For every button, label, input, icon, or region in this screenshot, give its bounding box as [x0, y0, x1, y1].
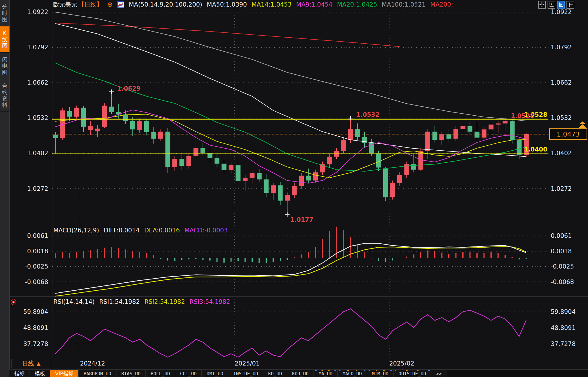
alarm-dot-icon[interactable]	[10, 298, 17, 307]
tab-mtm_ud[interactable]: MTM_UD	[367, 370, 394, 377]
tab-outside_ud[interactable]: OUTSIDE_UD	[394, 370, 431, 377]
svg-text:59.8904: 59.8904	[551, 308, 576, 315]
tab-indicator-dots	[339, 370, 365, 371]
svg-text:-0.0025: -0.0025	[25, 263, 48, 270]
svg-text:1.0629: 1.0629	[117, 85, 141, 92]
tab-bias_ud[interactable]: BIAS_UD	[116, 370, 146, 377]
tab-label: 指标	[14, 370, 25, 377]
svg-text:1.0473: 1.0473	[557, 131, 580, 138]
tab-barupdn_ud[interactable]: BARUPDN_UD	[79, 370, 116, 377]
period-selector-label: 日线	[22, 359, 34, 368]
svg-text:-0.0025: -0.0025	[551, 263, 574, 270]
svg-text:48.8091: 48.8091	[551, 324, 576, 331]
tab-vip指标[interactable]: VIP指标	[50, 370, 79, 377]
tab-kd_ud[interactable]: KD_UD	[263, 370, 287, 377]
svg-text:1.0402: 1.0402	[551, 150, 572, 157]
tab-indicator-dots	[315, 370, 336, 371]
tab-指标[interactable]: 指标	[9, 370, 30, 377]
tab-label: VIP指标	[55, 370, 73, 377]
main-legend: 欧元美元 【日线】 ⊕ MA(50,14,9,20,100,200) MA50:…	[53, 1, 453, 9]
svg-text:0.0061: 0.0061	[27, 232, 48, 239]
tab-cci_ud[interactable]: CCI_UD	[175, 370, 202, 377]
svg-text:1.0532: 1.0532	[27, 114, 48, 121]
ma9-value: MA9:1.0454	[296, 1, 332, 8]
svg-text:-0.0068: -0.0068	[551, 279, 574, 285]
macd-diff-value: DIFF:0.0014	[104, 227, 140, 234]
svg-text:0.0018: 0.0018	[551, 248, 572, 255]
ma200-value: MA200:	[430, 1, 453, 8]
axis-play-icon[interactable]	[557, 1, 565, 9]
crosshair-move-icon[interactable]	[538, 1, 546, 9]
tab-label: CCI_UD	[180, 371, 197, 376]
chart-toolbar	[538, 1, 574, 9]
svg-text:1.0792: 1.0792	[551, 44, 572, 51]
svg-text:48.8091: 48.8091	[23, 324, 48, 331]
tab-label: MA_UD	[319, 371, 332, 376]
svg-text:0.0018: 0.0018	[27, 248, 48, 255]
tab-label: >>	[436, 371, 442, 376]
sidebar-item-time-share-chart[interactable]: 分时图	[0, 0, 9, 26]
svg-text:1.0922: 1.0922	[551, 9, 572, 15]
sidebar-item-kline-chart[interactable]: K线图	[0, 26, 9, 53]
svg-text:37.7278: 37.7278	[23, 341, 48, 347]
macd-params-label: MACD(26,12,9)	[53, 227, 99, 234]
trading-terminal: 1.09221.09221.07921.07921.06621.06621.05…	[0, 0, 588, 377]
svg-text:1.0532: 1.0532	[551, 114, 572, 121]
ma20-value: MA20:1.0425	[337, 1, 377, 8]
ma-params-label: MA(50,14,9,20,100,200)	[129, 1, 202, 8]
svg-text:1.0528: 1.0528	[511, 112, 534, 119]
sidebar-item-flash-chart[interactable]: 闪电图	[0, 53, 9, 79]
svg-text:2024/12: 2024/12	[80, 360, 105, 367]
macd-dea-value: DEA:0.0016	[144, 227, 180, 234]
svg-text:-0.0068: -0.0068	[25, 279, 48, 285]
tab-macd_ud[interactable]: MACD_UD	[338, 370, 367, 377]
svg-text:1.0662: 1.0662	[551, 79, 572, 86]
tab-dmi_ud[interactable]: DMI_UD	[202, 370, 228, 377]
period-label: 【日线】	[78, 1, 102, 9]
ma100-value: MA100:1.0521	[382, 1, 426, 8]
tab-[interactable]: >>	[431, 370, 447, 377]
axis-scale-icon[interactable]	[548, 1, 555, 9]
tab-boll_ud[interactable]: BOLL_UD	[146, 370, 175, 377]
svg-text:1.0792: 1.0792	[27, 44, 48, 51]
tab-label: MTM_UD	[372, 371, 389, 376]
tab-label: 模板	[35, 370, 45, 377]
tab-label: BIAS_UD	[121, 371, 141, 376]
svg-text:2025/02: 2025/02	[389, 360, 414, 367]
mini-chart-icon[interactable]	[117, 1, 124, 8]
tab-kdj_ud[interactable]: KDJ_UD	[287, 370, 314, 377]
rsi-params-label: RSI(14,14,14)	[53, 298, 95, 305]
tab-indicator-dots	[395, 370, 429, 371]
tab-label: INSIDE_UD	[233, 371, 258, 376]
add-overlay-icon[interactable]: ⊕	[107, 2, 113, 7]
svg-text:1.0402: 1.0402	[27, 150, 48, 157]
period-selector[interactable]: 日线 ▲	[11, 359, 51, 368]
chart-type-sidebar: 分时图K线图闪电图合约资料	[0, 0, 10, 377]
svg-text:37.7278: 37.7278	[551, 341, 576, 347]
tab-inside_ud[interactable]: INSIDE_UD	[228, 370, 263, 377]
rsi2-value: RSI2:54.1982	[144, 298, 185, 305]
rsi3-value: RSI3:54.1982	[190, 298, 230, 305]
macd-legend: MACD(26,12,9) DIFF:0.0014 DEA:0.0016 MAC…	[53, 227, 228, 234]
rsi1-value: RSI1:54.1982	[99, 298, 140, 305]
svg-text:1.0922: 1.0922	[27, 9, 48, 15]
bar-shift-icon[interactable]	[566, 1, 574, 9]
svg-text:1.0532: 1.0532	[356, 111, 379, 118]
svg-text:1.0272: 1.0272	[551, 185, 572, 192]
svg-text:1.0400: 1.0400	[524, 146, 547, 153]
svg-text:59.8904: 59.8904	[23, 308, 48, 315]
tab-label: BOLL_UD	[151, 371, 170, 376]
tab-label: OUTSIDE_UD	[398, 371, 426, 376]
tab-模板[interactable]: 模板	[30, 370, 50, 377]
svg-text:1.0272: 1.0272	[27, 185, 48, 192]
sidebar-item-contract-info[interactable]: 合约资料	[0, 79, 9, 112]
price-chart-canvas[interactable]: 1.09221.09221.07921.07921.06621.06621.05…	[0, 0, 588, 377]
tab-ma_ud[interactable]: MA_UD	[314, 370, 338, 377]
rsi-legend: RSI(14,14,14) RSI1:54.1982 RSI2:54.1982 …	[53, 298, 230, 305]
macd-value: MACD:-0.0003	[184, 227, 228, 234]
tab-label: KD_UD	[268, 371, 282, 376]
tab-label: MACD_UD	[342, 371, 362, 376]
indicator-tabbar: 指标模板VIP指标BARUPDN_UDBIAS_UDBOLL_UDCCI_UDD…	[9, 370, 588, 377]
svg-text:0.0061: 0.0061	[551, 232, 572, 239]
svg-text:1.0662: 1.0662	[27, 79, 48, 86]
